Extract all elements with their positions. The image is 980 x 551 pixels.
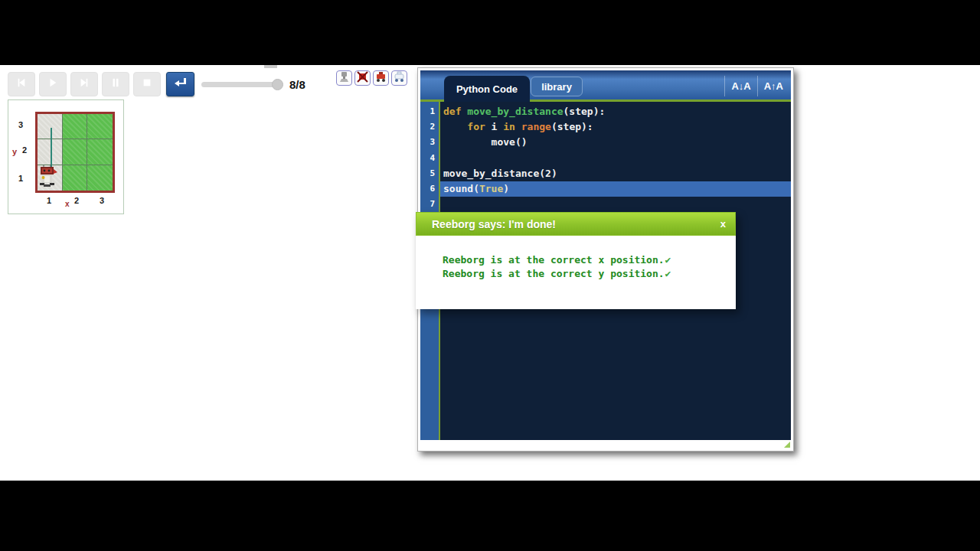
robot-delete-icon (357, 71, 368, 86)
reeborg-robot (38, 165, 57, 191)
code-line[interactable] (440, 197, 791, 212)
world-cell-grass (63, 139, 88, 165)
y-tick-1: 1 (18, 174, 23, 183)
reeborg-dialog: Reeborg says: I'm done! x Reeborg is at … (416, 212, 736, 309)
code-token (515, 121, 521, 132)
tab-library[interactable]: library (531, 77, 583, 96)
code-line[interactable]: move_by_distance(2) (440, 166, 791, 181)
tab-python-code[interactable]: Python Code (444, 76, 530, 102)
play-button[interactable] (39, 72, 67, 96)
y-tick-3: 3 (18, 120, 23, 129)
world-cell-grass (87, 165, 113, 191)
player-controls: 8/8 (8, 72, 305, 96)
skip-to-start-icon (16, 77, 27, 91)
play-icon (47, 77, 58, 91)
close-icon[interactable]: x (720, 218, 726, 230)
editor-header: Python Code library A↓A A↑A (420, 70, 791, 102)
step-slider[interactable] (201, 82, 281, 87)
stop-icon (142, 77, 152, 91)
stop-button[interactable] (133, 72, 161, 96)
robot-rover-red-icon (375, 71, 387, 86)
robot-rover-white-button[interactable] (391, 70, 407, 86)
code-token: for (467, 121, 485, 132)
world-cell-grass (63, 165, 88, 191)
code-line[interactable]: move() (440, 135, 791, 150)
code-token: move_by_distance(2) (443, 168, 557, 179)
font-size-controls: A↓A A↑A (724, 76, 789, 96)
code-token: sound( (443, 183, 479, 194)
font-decrease-button[interactable]: A↓A (724, 76, 756, 96)
world-view: 3 2 y 1 1 x 2 3 (8, 99, 124, 214)
font-increase-button[interactable]: A↑A (757, 76, 789, 96)
code-line[interactable] (440, 151, 791, 166)
code-token: def (443, 106, 467, 117)
y-tick-2: 2 (22, 145, 27, 155)
resize-handle-icon[interactable] (784, 442, 790, 448)
world-cell-grass (87, 114, 113, 139)
y-axis-label: y (12, 147, 17, 156)
robot-classic-icon (338, 71, 350, 86)
world-cell-grass (87, 139, 113, 165)
result-text: Reeborg is at the correct y position. (443, 268, 665, 279)
robot-classic-button[interactable] (336, 70, 352, 86)
dialog-title: Reeborg says: I'm done! (432, 218, 720, 230)
robot-delete-button[interactable] (354, 70, 371, 86)
line-number: 6 (420, 181, 435, 197)
result-text: Reeborg is at the correct x position. (443, 254, 665, 266)
step-counter: 8/8 (289, 78, 305, 91)
code-token: (step): (551, 121, 593, 132)
dialog-body: Reeborg is at the correct x position.✔Re… (416, 236, 736, 280)
check-icon: ✔ (665, 268, 671, 279)
x-axis-label: x (65, 200, 70, 208)
code-token: move() (443, 136, 528, 148)
skip-to-end-button[interactable] (70, 72, 98, 96)
pause-button[interactable] (102, 72, 129, 96)
code-token: range (521, 121, 551, 132)
code-line-highlighted[interactable]: sound(True) (440, 181, 791, 197)
line-number: 7 (420, 197, 435, 212)
x-tick-3: 3 (100, 196, 104, 205)
code-line[interactable]: for i in range(step): (440, 119, 791, 135)
x-tick-2: 2 (74, 196, 79, 205)
skip-to-end-icon (79, 77, 90, 91)
pause-icon (110, 77, 121, 91)
skip-to-start-button[interactable] (8, 72, 35, 96)
return-arrow-icon (174, 77, 188, 91)
line-number: 3 (420, 135, 435, 150)
robot-rover-white-icon (394, 71, 405, 86)
robot-model-toolbar (336, 70, 407, 86)
code-token: i (485, 121, 503, 132)
result-line: Reeborg is at the correct x position.✔ (443, 253, 736, 267)
line-number: 2 (420, 119, 435, 135)
code-token: True (479, 183, 503, 194)
code-token: ) (503, 183, 509, 194)
code-line[interactable]: def move_by_distance(step): (440, 104, 791, 119)
line-number: 1 (420, 104, 435, 119)
top-edge-notch (264, 65, 277, 68)
dialog-header: Reeborg says: I'm done! x (416, 212, 736, 236)
code-token: (step): (564, 106, 606, 117)
result-line: Reeborg is at the correct y position.✔ (443, 267, 736, 281)
slider-thumb[interactable] (272, 79, 283, 90)
code-token: move_by_distance (467, 106, 563, 117)
check-icon: ✔ (665, 254, 671, 266)
run-button[interactable] (166, 72, 194, 96)
line-number: 5 (420, 166, 435, 181)
world-cell-grass (63, 114, 88, 139)
player-button-group (8, 72, 165, 96)
x-tick-1: 1 (47, 196, 51, 205)
code-token (443, 121, 467, 132)
line-number: 4 (420, 151, 435, 166)
code-token: in (503, 121, 515, 132)
robot-rover-red-button[interactable] (373, 70, 389, 86)
app-stage: 8/8 3 2 y 1 1 x (0, 65, 980, 481)
